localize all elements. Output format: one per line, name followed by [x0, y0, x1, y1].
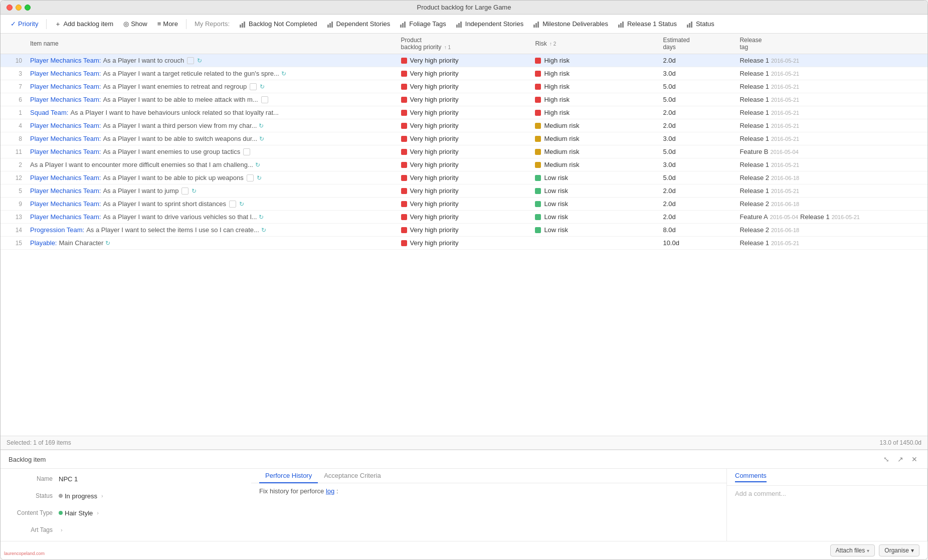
- row-risk: [531, 237, 659, 250]
- row-item-name[interactable]: Player Mechanics Team: As a Player I wan…: [26, 67, 397, 80]
- table-row[interactable]: 2As a Player I want to encounter more di…: [1, 158, 927, 171]
- table-row[interactable]: 6Player Mechanics Team: As a Player I wa…: [1, 93, 927, 106]
- field-status-row: Status In progress ›: [9, 490, 243, 502]
- organise-button[interactable]: Organise ▾: [879, 544, 919, 556]
- col-risk[interactable]: Risk ↑ 2: [531, 34, 659, 54]
- row-item-name[interactable]: Progression Team: As a Player I want to …: [26, 224, 397, 237]
- maximize-button[interactable]: [25, 5, 31, 11]
- row-item-name[interactable]: As a Player I want to encounter more dif…: [26, 158, 397, 171]
- row-item-name[interactable]: Playable: Main Character↻: [26, 237, 397, 250]
- table-row[interactable]: 13Player Mechanics Team: As a Player I w…: [1, 211, 927, 224]
- table-row[interactable]: 10Player Mechanics Team: As a Player I w…: [1, 54, 927, 67]
- risk-text: Medium risk: [544, 148, 579, 155]
- priority-button[interactable]: ✓ Priority: [7, 19, 42, 29]
- attach-files-button[interactable]: Attach files ▾: [830, 544, 875, 556]
- col-est-days[interactable]: Estimateddays: [659, 34, 735, 54]
- row-item-name[interactable]: Player Mechanics Team: As a Player I wan…: [26, 119, 397, 132]
- table-row[interactable]: 1Squad Team: As a Player I want to have …: [1, 106, 927, 119]
- release-tag: Release 2: [739, 200, 769, 208]
- row-item-name[interactable]: Player Mechanics Team: As a Player I wan…: [26, 80, 397, 93]
- minimize-button[interactable]: [16, 5, 22, 11]
- row-item-name[interactable]: Player Mechanics Team: As a Player I wan…: [26, 198, 397, 211]
- row-number: 9: [1, 198, 26, 211]
- close-icon[interactable]: ✕: [909, 454, 919, 464]
- close-button[interactable]: [7, 5, 13, 11]
- more-button[interactable]: ≡ More: [153, 19, 182, 29]
- col-item-name[interactable]: Item name: [26, 34, 397, 54]
- release-date: 2016-05-04: [770, 214, 798, 220]
- row-item-name[interactable]: Player Mechanics Team: As a Player I wan…: [26, 54, 397, 67]
- row-checkbox[interactable]: [229, 201, 236, 208]
- row-item-name[interactable]: Squad Team: As a Player I want to have b…: [26, 106, 397, 119]
- expand-icon[interactable]: ⤡: [881, 454, 891, 464]
- row-checkbox[interactable]: [247, 174, 254, 181]
- add-backlog-button[interactable]: ＋ Add backlog item: [51, 18, 117, 30]
- field-status-value[interactable]: In progress ›: [59, 492, 103, 500]
- field-name-row: Name NPC 1: [9, 473, 243, 485]
- table-section[interactable]: Item name Productbacklog priority ↑ 1 Ri…: [1, 34, 927, 436]
- row-item-name[interactable]: Player Mechanics Team: As a Player I wan…: [26, 132, 397, 145]
- field-name-value[interactable]: NPC 1: [59, 475, 78, 483]
- field-art-tags-value[interactable]: ›: [59, 527, 63, 533]
- row-item-name[interactable]: Player Mechanics Team: As a Player I wan…: [26, 93, 397, 106]
- chart-icon-1: [240, 21, 247, 28]
- table-row[interactable]: 7Player Mechanics Team: As a Player I wa…: [1, 80, 927, 93]
- table-row[interactable]: 15Playable: Main Character↻Very high pri…: [1, 237, 927, 250]
- row-checkbox[interactable]: [250, 83, 257, 90]
- tab-acceptance-criteria[interactable]: Acceptance Criteria: [318, 469, 387, 483]
- risk-dot: [535, 97, 541, 103]
- tab-perforce-history[interactable]: Perforce History: [259, 469, 318, 483]
- row-item-name[interactable]: Player Mechanics Team: As a Player I wan…: [26, 211, 397, 224]
- risk-text: Low risk: [544, 226, 568, 234]
- col-release-tag[interactable]: Releasetag: [735, 34, 927, 54]
- row-checkbox[interactable]: [181, 188, 189, 195]
- row-item-name[interactable]: Player Mechanics Team: As a Player I wan…: [26, 145, 397, 158]
- table-row[interactable]: 9Player Mechanics Team: As a Player I wa…: [1, 198, 927, 211]
- report-independent-stories[interactable]: Independent Stories: [452, 19, 527, 29]
- external-link-icon[interactable]: ↗: [895, 454, 905, 464]
- table-row[interactable]: 5Player Mechanics Team: As a Player I wa…: [1, 184, 927, 198]
- perforce-log-link[interactable]: log: [326, 487, 334, 495]
- row-item-name[interactable]: Player Mechanics Team: As a Player I wan…: [26, 171, 397, 184]
- content-type-dot: [59, 511, 63, 515]
- row-checkbox[interactable]: [187, 57, 194, 64]
- comment-input[interactable]: Add a comment...: [727, 486, 927, 501]
- report-foliage-tags[interactable]: Foliage Tags: [396, 19, 450, 29]
- status-arrow-icon[interactable]: ›: [101, 493, 103, 499]
- content-type-arrow-icon[interactable]: ›: [97, 510, 99, 516]
- table-row[interactable]: 14Progression Team: As a Player I want t…: [1, 224, 927, 237]
- row-est-days: 2.0d: [659, 54, 735, 67]
- table-row[interactable]: 3Player Mechanics Team: As a Player I wa…: [1, 67, 927, 80]
- row-checkbox[interactable]: [243, 148, 250, 155]
- report-release1-status[interactable]: Release 1 Status: [614, 19, 681, 29]
- row-item-name[interactable]: Player Mechanics Team: As a Player I wan…: [26, 184, 397, 198]
- my-reports-label: My Reports:: [191, 19, 234, 29]
- report-dependent-stories[interactable]: Dependent Stories: [323, 19, 395, 29]
- row-checkbox[interactable]: [261, 96, 268, 103]
- table-row[interactable]: 11Player Mechanics Team: As a Player I w…: [1, 145, 927, 158]
- row-release-tag: Release 12016-05-21: [735, 67, 927, 80]
- chart-icon-3: [400, 21, 407, 28]
- release-tag: Release 1: [739, 83, 769, 90]
- table-row[interactable]: 12Player Mechanics Team: As a Player I w…: [1, 171, 927, 184]
- report-milestone-deliverables[interactable]: Milestone Deliverables: [529, 19, 612, 29]
- field-content-type-value[interactable]: Hair Style ›: [59, 509, 99, 517]
- priority-dot: [401, 97, 407, 103]
- col-priority[interactable]: Productbacklog priority ↑ 1: [397, 34, 531, 54]
- release-date: 2016-05-21: [771, 71, 799, 77]
- field-art-tags-row: Art Tags ›: [9, 524, 243, 536]
- report-status[interactable]: Status: [683, 19, 718, 29]
- table-row[interactable]: 8Player Mechanics Team: As a Player I wa…: [1, 132, 927, 145]
- priority-text: Very high priority: [410, 187, 459, 195]
- risk-dot: [535, 214, 541, 220]
- table-row[interactable]: 4Player Mechanics Team: As a Player I wa…: [1, 119, 927, 132]
- team-name: Player Mechanics Team:: [30, 213, 101, 221]
- report-backlog-not-completed[interactable]: Backlog Not Completed: [236, 19, 321, 29]
- priority-text: Very high priority: [410, 109, 459, 116]
- detail-tabs: Perforce History Acceptance Criteria: [251, 469, 726, 483]
- release-tag: Release 1: [739, 161, 769, 168]
- show-button[interactable]: ◎ Show: [119, 19, 151, 29]
- detail-actions: ⤡ ↗ ✕: [881, 454, 919, 464]
- release-tag: Release 1: [739, 109, 769, 116]
- art-tags-arrow-icon[interactable]: ›: [61, 527, 63, 533]
